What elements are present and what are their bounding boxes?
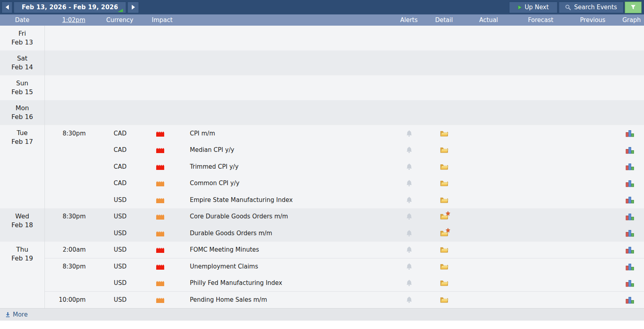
detail-folder-icon xyxy=(440,180,448,186)
event-graph xyxy=(622,129,644,137)
event-row[interactable]: 8:30pmUSD Unemployment Claims xyxy=(45,258,644,275)
events-area: 2:00amUSD FOMC Meeting Minutes 8:30pmUSD… xyxy=(44,242,644,308)
event-row[interactable]: CAD Common CPI y/y xyxy=(45,175,644,192)
graph-button[interactable] xyxy=(626,180,634,187)
event-name[interactable]: CPI m/m xyxy=(168,130,389,137)
detail-folder-button[interactable] xyxy=(440,147,448,153)
graph-button[interactable] xyxy=(626,146,634,154)
detail-folder-star-button[interactable] xyxy=(440,230,448,236)
day-name: Sun xyxy=(0,79,44,88)
next-week-button[interactable] xyxy=(127,2,139,13)
day-block-fri: FriFeb 13 xyxy=(0,26,644,50)
alert-bell-button[interactable] xyxy=(406,213,412,220)
event-currency: CAD xyxy=(88,130,152,137)
column-header-graph: Graph xyxy=(622,16,644,24)
date-cell: TueFeb 17 xyxy=(0,125,44,208)
alert-bell-button[interactable] xyxy=(406,196,412,204)
detail-folder-star-button[interactable] xyxy=(440,213,448,220)
event-row[interactable]: 8:30pmCAD CPI m/m xyxy=(45,125,644,142)
event-name[interactable]: Philly Fed Manufacturing Index xyxy=(168,279,389,287)
event-name[interactable]: FOMC Meeting Minutes xyxy=(168,246,389,253)
graph-button[interactable] xyxy=(626,263,634,270)
graph-button[interactable] xyxy=(626,163,634,170)
detail-folder-button[interactable] xyxy=(440,297,448,303)
event-name[interactable]: Trimmed CPI y/y xyxy=(168,163,389,170)
detail-folder-button[interactable] xyxy=(440,197,448,203)
alert-bell-button[interactable] xyxy=(406,263,412,270)
event-alerts xyxy=(389,196,429,204)
detail-folder-button[interactable] xyxy=(440,130,448,137)
up-next-label: Up Next xyxy=(525,4,549,11)
detail-folder-button[interactable] xyxy=(440,280,448,286)
column-header-impact: Impact xyxy=(152,16,168,24)
search-icon xyxy=(565,4,571,10)
detail-folder-button[interactable] xyxy=(440,263,448,270)
alert-bell-button[interactable] xyxy=(406,130,412,137)
event-graph xyxy=(622,180,644,187)
event-row[interactable]: USD Durable Goods Orders m/m xyxy=(45,225,644,242)
detail-folder-icon xyxy=(440,147,448,153)
event-row[interactable]: CAD Trimmed CPI y/y xyxy=(45,158,644,175)
alert-bell-button[interactable] xyxy=(406,180,412,187)
alert-bell-button[interactable] xyxy=(406,246,412,253)
graph-button[interactable] xyxy=(626,196,634,204)
detail-folder-button[interactable] xyxy=(440,180,448,186)
alert-bell-button[interactable] xyxy=(406,230,412,237)
event-currency: USD xyxy=(88,213,152,220)
filter-button[interactable] xyxy=(625,2,642,13)
event-currency: CAD xyxy=(88,163,152,170)
event-row[interactable]: USD Empire State Manufacturing Index xyxy=(45,192,644,208)
event-row[interactable]: 10:00pmUSD Pending Home Sales m/m xyxy=(45,291,644,308)
event-currency: USD xyxy=(88,196,152,204)
new-detail-star-icon xyxy=(446,211,450,216)
bottom-whitespace xyxy=(0,321,644,329)
event-graph xyxy=(622,196,644,204)
alert-bell-button[interactable] xyxy=(406,163,412,170)
graph-button[interactable] xyxy=(626,129,634,137)
event-impact xyxy=(152,246,168,253)
graph-button[interactable] xyxy=(626,246,634,254)
event-row[interactable]: 8:30pmUSD Core Durable Goods Orders m/m xyxy=(45,208,644,225)
event-name[interactable]: Durable Goods Orders m/m xyxy=(168,230,389,237)
graph-button[interactable] xyxy=(626,279,634,287)
event-name[interactable]: Median CPI y/y xyxy=(168,146,389,153)
event-row[interactable]: CAD Median CPI y/y xyxy=(45,142,644,159)
event-detail xyxy=(429,297,459,303)
previous-week-button[interactable] xyxy=(2,2,12,13)
event-impact xyxy=(152,213,168,220)
graph-button[interactable] xyxy=(626,229,634,237)
event-graph xyxy=(622,213,644,220)
impact-icon xyxy=(156,263,164,270)
date-cell: SatFeb 14 xyxy=(0,50,44,75)
column-header-previous: Previous xyxy=(563,16,622,24)
event-time: 8:30pm xyxy=(45,130,88,137)
event-name[interactable]: Pending Home Sales m/m xyxy=(168,296,389,303)
search-events-button[interactable]: Search Events xyxy=(559,2,624,13)
detail-folder-icon xyxy=(440,197,448,203)
alert-bell-button[interactable] xyxy=(406,279,412,287)
date-range-button[interactable]: Feb 13, 2026 - Feb 19, 2026 xyxy=(14,2,126,13)
up-next-button[interactable]: Up Next xyxy=(509,2,557,13)
impact-icon xyxy=(156,280,164,286)
event-name[interactable]: Core Durable Goods Orders m/m xyxy=(168,213,389,220)
current-time-link[interactable]: 1:02pm xyxy=(62,16,85,24)
event-name[interactable]: Common CPI y/y xyxy=(168,180,389,187)
graph-icon xyxy=(626,296,634,304)
day-date: Feb 16 xyxy=(0,113,44,121)
column-header-forecast: Forecast xyxy=(518,16,563,24)
event-row[interactable]: USD Philly Fed Manufacturing Index xyxy=(45,275,644,292)
event-graph xyxy=(622,229,644,237)
detail-folder-icon xyxy=(440,280,448,286)
event-currency: USD xyxy=(88,246,152,253)
graph-button[interactable] xyxy=(626,213,634,220)
event-row[interactable]: 2:00amUSD FOMC Meeting Minutes xyxy=(45,242,644,258)
detail-folder-button[interactable] xyxy=(440,163,448,170)
event-name[interactable]: Empire State Manufacturing Index xyxy=(168,196,389,204)
more-link[interactable]: More xyxy=(13,311,28,318)
detail-folder-button[interactable] xyxy=(440,246,448,253)
alert-bell-button[interactable] xyxy=(406,146,412,153)
column-header-alerts: Alerts xyxy=(389,16,429,24)
graph-button[interactable] xyxy=(626,296,634,304)
event-name[interactable]: Unemployment Claims xyxy=(168,263,389,270)
alert-bell-button[interactable] xyxy=(406,296,412,303)
